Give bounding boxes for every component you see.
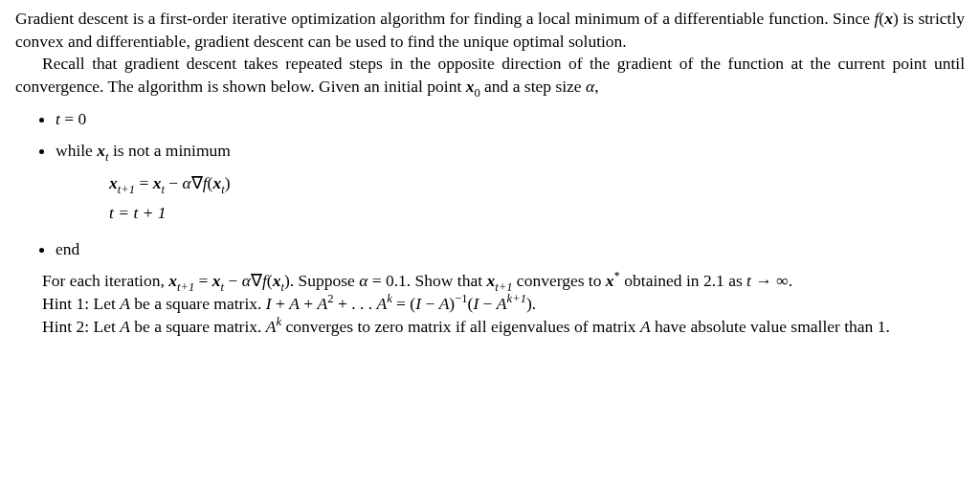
text: obtained in 2.1 as bbox=[620, 271, 746, 290]
math-A5: A bbox=[640, 317, 651, 336]
sup-neg1: −1 bbox=[455, 292, 467, 305]
text: be a square matrix. bbox=[130, 317, 266, 336]
math-tinc: t = t + 1 bbox=[109, 203, 167, 222]
plus: + bbox=[272, 294, 290, 313]
text: = 0.1. Show that bbox=[368, 271, 486, 290]
math-xt3: x bbox=[212, 173, 221, 192]
eq-sign2: = bbox=[194, 271, 212, 290]
text: and a step size bbox=[480, 77, 586, 96]
text: end bbox=[56, 239, 79, 258]
minus4: − bbox=[479, 294, 497, 313]
paren-close2: ) bbox=[225, 173, 231, 192]
equation-block: xt+1 = xt − α∇f(xt) t = t + 1 bbox=[109, 168, 965, 229]
math-Asq: A bbox=[318, 294, 328, 313]
eq-sign3: = ( bbox=[392, 294, 415, 313]
equation-increment: t = t + 1 bbox=[109, 198, 965, 229]
math-alpha: α bbox=[586, 77, 594, 96]
math-alpha2: α bbox=[183, 173, 191, 192]
math-xt: x bbox=[97, 141, 105, 160]
algo-step-init: t = 0 bbox=[56, 108, 965, 131]
nabla: ∇ bbox=[191, 173, 203, 192]
paragraph-recall: Recall that gradient descent takes repea… bbox=[15, 53, 965, 98]
minus3: − bbox=[421, 294, 439, 313]
text: converges to bbox=[512, 271, 605, 290]
sup-kp1: k+1 bbox=[507, 292, 526, 305]
hint-1: Hint 1: Let A be a square matrix. I + A … bbox=[15, 293, 965, 316]
text: Hint 1: Let bbox=[42, 294, 120, 313]
text: Gradient descent is a first-order iterat… bbox=[15, 9, 874, 28]
text: . Suppose bbox=[290, 271, 359, 290]
text: have absolute value smaller than 1. bbox=[651, 317, 890, 336]
math-Akp1: A bbox=[497, 294, 507, 313]
algo-step-end: end bbox=[56, 238, 965, 261]
math-xtb: x bbox=[212, 271, 221, 290]
equation-update: xt+1 = xt − α∇f(xt) bbox=[109, 168, 965, 199]
sub-tp1: t+1 bbox=[118, 182, 135, 195]
sub-tp1b: t+1 bbox=[177, 280, 194, 294]
text: ). bbox=[526, 294, 536, 313]
minus2: − bbox=[224, 271, 242, 290]
text: For each iteration, bbox=[42, 271, 168, 290]
text: converges to zero matrix if all eigenval… bbox=[281, 317, 640, 336]
math-A3: A bbox=[439, 294, 450, 313]
math-A4: A bbox=[120, 317, 130, 336]
math-A: A bbox=[120, 294, 130, 313]
math-Ak2: A bbox=[266, 317, 277, 336]
plus3: + . . . bbox=[334, 294, 377, 313]
paragraph-intro: Gradient descent is a first-order iterat… bbox=[15, 8, 965, 53]
math-xtp1c: x bbox=[486, 271, 495, 290]
text: Hint 2: Let bbox=[42, 317, 120, 336]
eq-sign: = bbox=[135, 173, 153, 192]
math-A2: A bbox=[289, 294, 300, 313]
algorithm-list: t = 0 while xt is not a minimum xt+1 = x… bbox=[56, 108, 965, 261]
text: be a square matrix. bbox=[130, 294, 266, 313]
math-alpha3: α bbox=[242, 271, 251, 290]
math-Ak: A bbox=[376, 294, 387, 313]
math-x: x bbox=[884, 9, 893, 28]
text: , bbox=[594, 77, 598, 96]
hint-2: Hint 2: Let A be a square matrix. Ak con… bbox=[15, 316, 965, 339]
math-xstar: x bbox=[606, 271, 614, 290]
text: = 0 bbox=[60, 109, 86, 128]
math-xtp1b: x bbox=[168, 271, 177, 290]
math-alpha4: α bbox=[359, 271, 368, 290]
math-xtp1: x bbox=[109, 173, 118, 192]
plus2: + bbox=[300, 294, 318, 313]
text: while bbox=[56, 141, 97, 160]
paragraph-task: For each iteration, xt+1 = xt − α∇f(xt).… bbox=[15, 270, 965, 293]
minus: − bbox=[165, 173, 183, 192]
nabla2: ∇ bbox=[251, 271, 262, 290]
text: is not a minimum bbox=[109, 141, 231, 160]
algo-step-while: while xt is not a minimum xt+1 = xt − α∇… bbox=[56, 140, 965, 229]
text: → ∞. bbox=[751, 271, 792, 290]
